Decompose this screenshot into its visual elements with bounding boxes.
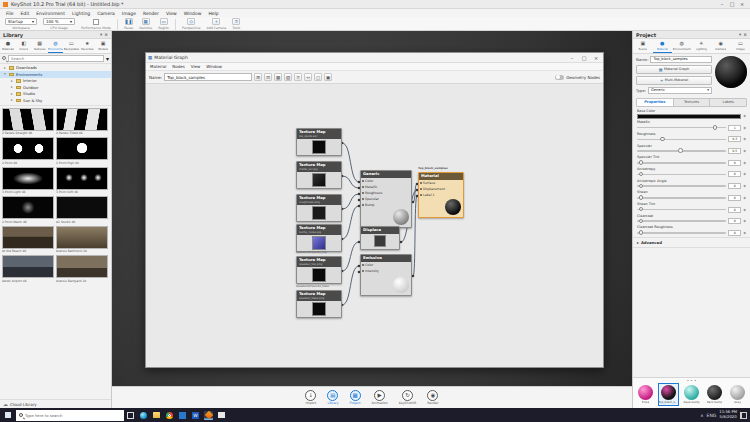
- texture-map-node[interactable]: Texture Mapmetal_scr.jpg: [296, 161, 342, 189]
- geometry-nodes-toggle[interactable]: [555, 75, 564, 80]
- roughness-slider[interactable]: [637, 139, 726, 141]
- tab-image[interactable]: ▭Image: [731, 39, 750, 53]
- texture-map-node[interactable]: Texture Maproughness.png: [296, 194, 342, 222]
- texture-map-node[interactable]: Texture Mapspeaker_base.png: [296, 290, 342, 318]
- environment-thumbnail[interactable]: [56, 108, 108, 131]
- tab-material[interactable]: ●Material: [653, 39, 673, 53]
- workspace-select[interactable]: Startup ▾: [5, 18, 37, 25]
- texture-slot-icon[interactable]: ◆: [743, 114, 746, 118]
- menu-lighting[interactable]: Lighting: [72, 11, 90, 16]
- texture-slot-icon[interactable]: ◆: [743, 161, 746, 165]
- material-type-select[interactable]: Generic▾: [648, 87, 712, 94]
- clearcoat-roughness-slider[interactable]: [637, 232, 726, 234]
- texture-slot-icon[interactable]: ◆: [743, 184, 746, 188]
- taskbar-edge[interactable]: [139, 411, 148, 420]
- library-tab-environments[interactable]: ◍Environments: [48, 39, 64, 53]
- texture-map-node[interactable]: Texture Mapspeaker_top.png: [296, 256, 342, 284]
- texture-slot-icon[interactable]: ◆: [743, 219, 746, 223]
- menu-environment[interactable]: Environment: [36, 11, 65, 16]
- displace-node[interactable]: Displace: [360, 226, 400, 250]
- environment-thumbnail[interactable]: [56, 137, 108, 160]
- remove-node-button[interactable]: ⊟: [264, 73, 272, 81]
- cloud-library-button[interactable]: ☁ Cloud Library: [0, 399, 111, 408]
- clearcoat-slider[interactable]: [637, 220, 726, 222]
- environment-thumbnail[interactable]: [56, 196, 108, 219]
- material-graph-titlebar[interactable]: ▦ Material Graph – □ ×: [146, 53, 603, 63]
- snap-toggle-button[interactable]: ▧: [284, 73, 292, 81]
- denoise-button[interactable]: ▦: [142, 18, 150, 25]
- menu-file[interactable]: File: [6, 11, 14, 16]
- graph-menu-window[interactable]: Window: [206, 64, 222, 69]
- environment-thumbnail[interactable]: [2, 226, 54, 249]
- menu-edit[interactable]: Edit: [21, 11, 30, 16]
- tray-chevron-up-icon[interactable]: ∧: [700, 413, 703, 418]
- close-button[interactable]: ×: [591, 54, 601, 62]
- environment-thumbnail[interactable]: [2, 108, 54, 131]
- graph-menu-nodes[interactable]: Nodes: [172, 64, 185, 69]
- start-button[interactable]: [0, 408, 16, 422]
- menu-view[interactable]: View: [166, 11, 177, 16]
- texture-slot-icon[interactable]: ◆: [743, 196, 746, 200]
- taskbar-photos[interactable]: [178, 411, 187, 420]
- tray-language[interactable]: ENG: [707, 413, 717, 418]
- library-tab-materials[interactable]: ●Materials: [0, 39, 16, 53]
- taskbar-explorer[interactable]: [152, 411, 161, 420]
- ribbon-item-render[interactable]: ◉Render: [427, 390, 438, 406]
- environment-thumbnail[interactable]: [2, 137, 54, 160]
- menu-camera[interactable]: Camera: [97, 11, 115, 16]
- ribbon-item-library[interactable]: ▤Library: [327, 390, 338, 406]
- texture-slot-icon[interactable]: ◆: [743, 126, 746, 130]
- taskbar-mail[interactable]: [217, 411, 226, 420]
- environment-thumbnail[interactable]: [56, 255, 108, 278]
- close-panel-icon[interactable]: ×: [743, 32, 747, 37]
- ribbon-item-animation[interactable]: ▶Animation: [372, 390, 388, 406]
- tab-environment[interactable]: ◍Environment: [672, 39, 692, 53]
- tab-scene[interactable]: ▣Scene: [633, 39, 653, 53]
- library-tab-textures[interactable]: ▦Textures: [32, 39, 48, 53]
- fit-view-button[interactable]: ↔: [304, 73, 312, 81]
- graph-menu-view[interactable]: View: [191, 64, 201, 69]
- filter-icon[interactable]: ▾: [106, 55, 109, 62]
- anisotropic-angle-slider[interactable]: [637, 185, 726, 187]
- action-center-icon[interactable]: [740, 412, 747, 419]
- material-item[interactable]: Kripa: [635, 383, 656, 407]
- menu-window[interactable]: Window: [184, 11, 202, 16]
- texture-map-node[interactable]: Texture Mapbump_noise.jpg: [296, 224, 342, 252]
- taskbar-word[interactable]: W: [191, 411, 200, 420]
- environment-thumbnail[interactable]: [56, 167, 108, 190]
- subtab-textures[interactable]: Textures: [674, 99, 711, 106]
- tree-item-sun-sky[interactable]: ▸Sun & Sky: [0, 97, 111, 104]
- material-graph-button[interactable]: ▦Material Graph: [636, 65, 712, 74]
- ribbon-item-project[interactable]: ▦Project: [350, 390, 361, 406]
- perspective-button[interactable]: ◇: [187, 18, 195, 25]
- undock-icon[interactable]: ▾: [100, 32, 102, 37]
- menu-image[interactable]: Image: [122, 11, 136, 16]
- maximize-button[interactable]: □: [727, 0, 737, 8]
- align-button[interactable]: ≡: [294, 73, 302, 81]
- add-node-button[interactable]: ⊞: [254, 73, 262, 81]
- taskbar-clock[interactable]: 11:56 PM 5/8/2020: [719, 410, 737, 419]
- texture-map-node[interactable]: Texture Mapbw_spots.exr: [296, 128, 342, 156]
- region-button[interactable]: ▭: [160, 18, 168, 25]
- performance-mode-checkbox[interactable]: [93, 19, 99, 25]
- graph-menu-material[interactable]: Material: [150, 64, 166, 69]
- material-name-input[interactable]: [650, 56, 712, 63]
- close-panel-icon[interactable]: ×: [104, 32, 108, 37]
- graph-name-input[interactable]: [164, 73, 252, 81]
- library-tab-colors[interactable]: ◧Colors: [16, 39, 32, 53]
- taskbar-keyshot-active[interactable]: [204, 411, 213, 420]
- material-item[interactable]: Aqua bump: [681, 383, 702, 407]
- tab-lighting[interactable]: ☀Lighting: [692, 39, 712, 53]
- library-search-input[interactable]: [8, 55, 104, 62]
- taskbar-search[interactable]: Type here to search: [16, 410, 124, 421]
- metallic-slider[interactable]: [637, 127, 726, 129]
- sheen-slider[interactable]: [637, 197, 726, 199]
- material-item-selected[interactable]: Top_black_samples: [658, 383, 679, 407]
- frame-selected-button[interactable]: ◻: [314, 73, 322, 81]
- undock-icon[interactable]: ▾: [739, 32, 741, 37]
- generic-material-node[interactable]: Generic Color Metallic Roughness Specula…: [360, 170, 412, 228]
- minimize-button[interactable]: –: [567, 54, 577, 62]
- multi-material-button[interactable]: +Multi-Material: [636, 76, 712, 85]
- material-output-node[interactable]: Material Surface Displacement Label 1: [418, 172, 464, 218]
- base-color-swatch[interactable]: [637, 114, 741, 119]
